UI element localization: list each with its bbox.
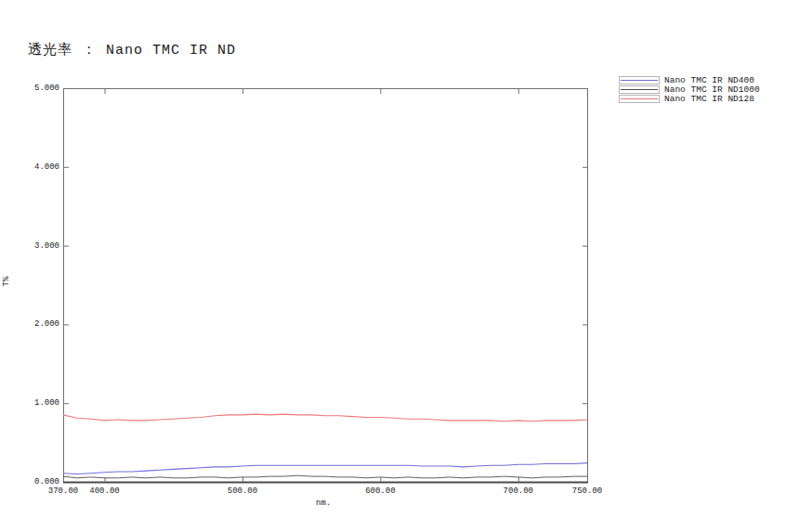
series-nano-tmc-ir-nd400: [63, 463, 587, 474]
x-axis-label: nm.: [316, 499, 331, 508]
legend-line: [621, 89, 658, 90]
legend-line: [621, 98, 658, 99]
legend-item: Nano TMC IR ND128: [619, 95, 760, 103]
legend-swatch: [619, 85, 660, 94]
legend: Nano TMC IR ND400Nano TMC IR ND1000Nano …: [619, 76, 760, 103]
legend-item: Nano TMC IR ND400: [619, 76, 760, 84]
series-nano-tmc-ir-nd128: [63, 414, 587, 422]
chart-canvas: 透光率 ： Nano TMC IR ND T% 0.0001.0002.0003…: [0, 0, 799, 532]
series-nano-tmc-ir-nd1000: [63, 475, 587, 478]
legend-swatch: [619, 95, 660, 103]
plot-frame: [64, 89, 588, 483]
legend-label: Nano TMC IR ND128: [664, 94, 754, 104]
legend-swatch: [619, 76, 660, 84]
legend-line: [621, 80, 658, 81]
legend-item: Nano TMC IR ND1000: [619, 85, 760, 94]
